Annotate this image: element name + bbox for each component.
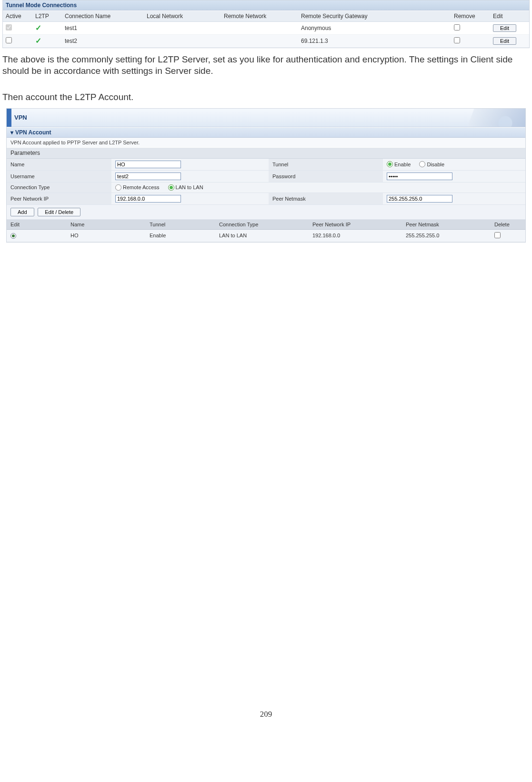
remove-checkbox[interactable] <box>454 37 460 43</box>
check-icon: ✓ <box>35 24 41 32</box>
password-input[interactable] <box>387 173 452 180</box>
vpn-title: VPN <box>14 114 27 121</box>
cell-peer-ip: 192.168.0.0 <box>309 229 402 242</box>
th-tunnel: Tunnel <box>146 220 215 230</box>
lan-to-lan-radio[interactable]: LAN to LAN <box>168 184 203 191</box>
table-row: ✓ test1 Anonymous Edit <box>3 22 529 35</box>
vpn-panel: VPN ▾VPN Account VPN Account applied to … <box>6 108 526 243</box>
th-remote-gw: Remote Security Gateway <box>298 11 451 22</box>
cell-remote <box>221 35 298 48</box>
label-name: Name <box>7 159 111 171</box>
th-conn-type: Connection Type <box>215 220 309 230</box>
th-edit: Edit <box>7 220 67 230</box>
page-number: 209 <box>2 710 530 729</box>
list-row: HO Enable LAN to LAN 192.168.0.0 255.255… <box>7 229 525 242</box>
cell-conn-type: LAN to LAN <box>215 229 309 242</box>
radio-icon <box>387 161 393 167</box>
vpn-account-title: VPN Account <box>15 129 51 136</box>
edit-button[interactable]: Edit <box>493 24 516 32</box>
th-peer-ip: Peer Network IP <box>309 220 402 230</box>
tunnel-table: Active L2TP Connection Name Local Networ… <box>3 10 529 48</box>
cell-gateway: 69.121.1.3 <box>298 35 451 48</box>
remove-checkbox[interactable] <box>454 24 460 30</box>
vpn-account-header[interactable]: ▾VPN Account <box>7 127 525 138</box>
remote-access-radio[interactable]: Remote Access <box>115 184 159 191</box>
th-edit: Edit <box>490 11 529 22</box>
th-name: Name <box>67 220 146 230</box>
radio-icon <box>168 184 174 191</box>
active-checkbox[interactable] <box>6 37 12 43</box>
tunnel-mode-title: Tunnel Mode Connections <box>3 0 529 10</box>
form-buttons: Add Edit / Delete <box>7 205 525 220</box>
label-peer-ip: Peer Network IP <box>7 193 111 205</box>
vpn-account-list: Edit Name Tunnel Connection Type Peer Ne… <box>7 220 525 242</box>
vpn-decoration <box>435 109 525 127</box>
radio-icon <box>419 161 425 167</box>
th-l2tp: L2TP <box>32 11 62 22</box>
th-conn-name: Connection Name <box>62 11 144 22</box>
tunnel-enable-radio[interactable]: Enable <box>387 161 411 167</box>
peer-mask-input[interactable] <box>387 195 452 203</box>
peer-ip-input[interactable] <box>115 195 181 203</box>
cell-gateway: Anonymous <box>298 22 451 35</box>
vpn-topbar: VPN <box>7 109 525 127</box>
name-input[interactable] <box>115 161 181 168</box>
label-password: Password <box>269 171 383 183</box>
collapse-arrow-icon: ▾ <box>10 129 13 136</box>
tunnel-mode-panel: Tunnel Mode Connections Active L2TP Conn… <box>2 0 530 48</box>
th-peer-mask: Peer Netmask <box>402 220 491 230</box>
th-remove: Remove <box>451 11 490 22</box>
parameters-header: Parameters <box>7 147 525 159</box>
body-paragraph-1: The above is the commonly setting for L2… <box>2 54 530 77</box>
label-username: Username <box>7 171 111 183</box>
vpn-form: Name Tunnel Enable Disable Username Pass… <box>7 159 525 205</box>
cell-remote <box>221 22 298 35</box>
table-row: ✓ test2 69.121.1.3 Edit <box>3 35 529 48</box>
label-conn-type: Connection Type <box>7 183 111 193</box>
th-remote-net: Remote Network <box>221 11 298 22</box>
active-checkbox[interactable] <box>6 24 12 30</box>
check-icon: ✓ <box>35 37 41 45</box>
edit-button[interactable]: Edit <box>493 37 516 45</box>
cell-tunnel: Enable <box>146 229 215 242</box>
cell-conn-name: test2 <box>62 35 144 48</box>
th-delete: Delete <box>491 220 525 230</box>
vpn-accent-bar <box>7 109 11 127</box>
vpn-note: VPN Account applied to PPTP Server and L… <box>7 138 525 147</box>
username-input[interactable] <box>115 173 181 180</box>
cell-local <box>144 35 221 48</box>
add-button[interactable]: Add <box>10 208 34 216</box>
tunnel-disable-radio[interactable]: Disable <box>419 161 444 167</box>
cell-peer-mask: 255.255.255.0 <box>402 229 491 242</box>
row-select-radio[interactable] <box>10 233 16 239</box>
th-active: Active <box>3 11 32 22</box>
cell-conn-name: test1 <box>62 22 144 35</box>
body-paragraph-2: Then account the L2TP Account. <box>2 92 530 102</box>
cell-name: HO <box>67 229 146 242</box>
edit-delete-button[interactable]: Edit / Delete <box>38 208 80 216</box>
th-local-net: Local Network <box>144 11 221 22</box>
label-peer-mask: Peer Netmask <box>269 193 383 205</box>
label-tunnel: Tunnel <box>269 159 383 171</box>
delete-checkbox[interactable] <box>494 232 501 238</box>
radio-icon <box>115 184 121 191</box>
cell-local <box>144 22 221 35</box>
